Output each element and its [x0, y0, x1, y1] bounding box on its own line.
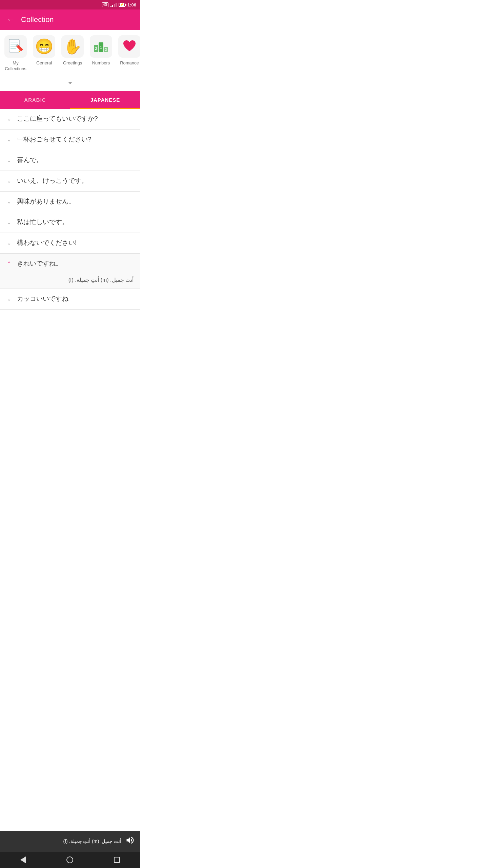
phrase-text-9: カッコいいですね: [17, 294, 68, 303]
phrase-row-3[interactable]: ⌄ 喜んで。: [0, 150, 140, 171]
tab-japanese[interactable]: JAPANESE: [70, 91, 140, 109]
app-bar: ← Collection: [0, 9, 140, 30]
category-icon-romance: [118, 35, 140, 58]
collapse-icon-3: ⌄: [5, 157, 12, 163]
chevron-down-icon: [66, 79, 74, 87]
collapse-icon-2: ⌄: [5, 136, 12, 143]
category-label-numbers: Numbers: [92, 60, 110, 66]
phrase-text-2: 一杯おごらせてください?: [17, 135, 92, 144]
phrase-row-8[interactable]: ⌃ きれいですね。: [0, 254, 140, 274]
category-general[interactable]: 😁 General: [30, 34, 58, 73]
collapse-icon-6: ⌄: [5, 219, 12, 225]
phrase-item-3: ⌄ 喜んで。: [0, 150, 140, 171]
phrase-row-2[interactable]: ⌄ 一杯おごらせてください?: [0, 130, 140, 150]
category-greetings[interactable]: ✋ Greetings: [59, 34, 86, 73]
expand-icon-8: ⌃: [5, 260, 12, 267]
phrase-text-8: きれいですね。: [17, 259, 62, 268]
phrase-row-6[interactable]: ⌄ 私は忙しいです。: [0, 212, 140, 233]
svg-text:2: 2: [95, 47, 97, 51]
tab-arabic[interactable]: ARABIC: [0, 91, 70, 109]
category-icon-general: 😁: [33, 35, 55, 58]
phrase-row-1[interactable]: ⌄ ここに座ってもいいですか?: [0, 109, 140, 129]
signal-type: 4G: [102, 2, 108, 7]
collapse-icon-4: ⌄: [5, 178, 12, 184]
phrase-item-9: ⌄ カッコいいですね: [0, 289, 140, 310]
phrase-list: ⌄ ここに座ってもいいですか? ⌄ 一杯おごらせてください? ⌄ 喜んで。 ⌄ …: [0, 109, 140, 347]
phrase-item-5: ⌄ 興味がありません。: [0, 192, 140, 212]
language-tabs: ARABIC JAPANESE: [0, 91, 140, 109]
phrase-item-2: ⌄ 一杯おごらせてください?: [0, 130, 140, 150]
phrase-item-7: ⌄ 構わないでください!: [0, 233, 140, 254]
collapse-icon-5: ⌄: [5, 198, 12, 205]
status-bar: 4G ⚡ 1:06: [0, 0, 140, 9]
phrase-text-7: 構わないでください!: [17, 238, 77, 248]
category-romance[interactable]: Romance: [116, 34, 140, 73]
phrase-text-1: ここに座ってもいいですか?: [17, 114, 98, 123]
collapse-icon-9: ⌄: [5, 296, 12, 302]
category-icon-my-collections: [4, 35, 27, 58]
expand-categories-button[interactable]: [0, 76, 140, 91]
signal-icon: [110, 2, 117, 7]
category-label-romance: Romance: [120, 60, 139, 66]
clock: 1:06: [127, 2, 136, 7]
svg-text:1: 1: [100, 45, 102, 49]
phrase-row-4[interactable]: ⌄ いいえ、けっこうです。: [0, 171, 140, 191]
phrase-row-7[interactable]: ⌄ 構わないでください!: [0, 233, 140, 253]
phrase-row-5[interactable]: ⌄ 興味がありません。: [0, 192, 140, 212]
battery-icon: ⚡: [119, 3, 125, 7]
phrase-item-1: ⌄ ここに座ってもいいですか?: [0, 109, 140, 130]
category-label-general: General: [36, 60, 52, 66]
category-icon-greetings: ✋: [61, 35, 84, 58]
collapse-icon-1: ⌄: [5, 116, 12, 122]
phrase-text-5: 興味がありません。: [17, 197, 75, 206]
category-label-greetings: Greetings: [63, 60, 82, 66]
phrase-text-3: 喜んで。: [17, 156, 43, 165]
category-numbers[interactable]: 2 1 3 Numbers: [87, 34, 115, 73]
category-label-my-collections: My Collections: [4, 60, 27, 72]
collapse-icon-7: ⌄: [5, 240, 12, 246]
category-icon-numbers: 2 1 3: [90, 35, 112, 58]
phrase-row-9[interactable]: ⌄ カッコいいですね: [0, 289, 140, 309]
phrase-item-4: ⌄ いいえ、けっこうです。: [0, 171, 140, 192]
categories-row: My Collections 😁 General ✋ Greetings 2 1…: [0, 30, 140, 76]
phrase-text-4: いいえ、けっこうです。: [17, 176, 88, 185]
phrase-text-6: 私は忙しいです。: [17, 218, 68, 227]
category-my-collections[interactable]: My Collections: [2, 34, 29, 73]
phrase-item-8: ⌃ きれいですね。 أنت جميل. (m) أنتِ جميلة. (f): [0, 254, 140, 289]
svg-text:3: 3: [105, 48, 107, 52]
page-title: Collection: [21, 15, 54, 24]
back-button[interactable]: ←: [5, 14, 16, 25]
phrase-item-6: ⌄ 私は忙しいです。: [0, 212, 140, 233]
phrase-translation-8: أنت جميل. (m) أنتِ جميلة. (f): [0, 274, 140, 289]
